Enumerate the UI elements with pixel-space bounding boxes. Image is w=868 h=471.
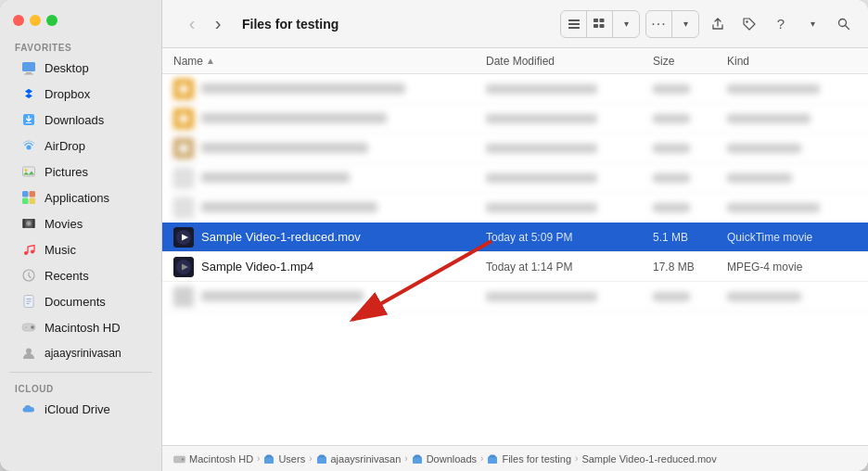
sidebar-item-music[interactable]: Music — [6, 237, 156, 261]
sidebar-item-documents-label: Documents — [45, 295, 106, 309]
svg-rect-16 — [33, 219, 35, 228]
forward-button[interactable]: › — [207, 13, 229, 35]
file-list: Sample Video-1-reduced.mov Today at 5:09… — [162, 74, 868, 445]
table-row[interactable] — [162, 104, 868, 134]
share-button[interactable] — [705, 11, 731, 37]
breadcrumb-downloads[interactable]: Downloads — [412, 453, 477, 465]
selected-file-size: 5.1 MB — [653, 231, 727, 244]
list-view-button[interactable] — [561, 11, 587, 37]
help-button[interactable]: ? — [768, 11, 794, 37]
svg-rect-35 — [599, 24, 604, 28]
view-options-chevron[interactable]: ▾ — [613, 11, 639, 37]
svg-rect-39 — [179, 114, 188, 123]
sidebar-item-macintosh-hd[interactable]: Macintosh HD — [6, 315, 156, 339]
svg-rect-0 — [22, 62, 35, 71]
desktop-icon — [20, 59, 37, 76]
svg-point-37 — [839, 19, 847, 26]
applications-icon — [20, 189, 37, 206]
search-button[interactable] — [831, 11, 857, 37]
svg-point-36 — [746, 20, 747, 22]
tag-button[interactable] — [736, 11, 762, 37]
grid-view-button[interactable] — [587, 11, 613, 37]
table-row[interactable] — [162, 282, 868, 312]
back-button[interactable]: ‹ — [181, 13, 203, 35]
breadcrumb-current-file-label: Sample Video-1-reduced.mov — [581, 453, 716, 465]
date-column-header[interactable]: Date Modified — [486, 55, 653, 68]
sidebar-item-icloud-drive-label: iCloud Drive — [45, 402, 110, 416]
breadcrumb-username-label: ajaaysrinivasan — [331, 453, 402, 465]
breadcrumb-sep-3: › — [404, 453, 407, 464]
sidebar-item-pictures[interactable]: Pictures — [6, 159, 156, 184]
traffic-lights — [13, 15, 57, 26]
svg-rect-50 — [317, 457, 326, 464]
sidebar-item-airdrop[interactable]: AirDrop — [6, 134, 156, 158]
sidebar-item-documents[interactable]: Documents — [6, 289, 156, 313]
size-column-header[interactable]: Size — [653, 55, 727, 68]
svg-rect-38 — [179, 84, 188, 94]
dropbox-icon — [20, 85, 37, 102]
selected-file-name: Sample Video-1-reduced.mov — [201, 230, 361, 244]
svg-point-14 — [28, 223, 31, 225]
column-headers: Name ▲ Date Modified Size Kind — [162, 48, 868, 74]
selected-file-date: Today at 5:09 PM — [486, 231, 653, 244]
breadcrumb-downloads-label: Downloads — [427, 453, 477, 465]
svg-point-5 — [27, 146, 32, 150]
icloud-section-label: iCloud — [0, 378, 161, 396]
sidebar-item-movies[interactable]: Movies — [6, 211, 156, 236]
sidebar-item-icloud-drive[interactable]: iCloud Drive — [6, 397, 156, 421]
close-button[interactable] — [13, 15, 24, 26]
airdrop-icon — [20, 137, 37, 154]
minimize-button[interactable] — [30, 15, 41, 26]
svg-rect-8 — [22, 191, 29, 197]
sidebar-divider — [9, 372, 152, 373]
sidebar-item-applications[interactable]: Applications — [6, 185, 156, 210]
sidebar-item-user[interactable]: ajaaysrinivasan — [6, 341, 156, 365]
breadcrumb-username[interactable]: ajaaysrinivasan — [316, 453, 402, 465]
table-row[interactable] — [162, 193, 868, 223]
svg-point-26 — [32, 326, 33, 328]
sidebar-item-dropbox[interactable]: Dropbox — [6, 82, 156, 106]
help-chevron[interactable]: ▾ — [799, 11, 825, 37]
sidebar-item-downloads[interactable]: Downloads — [6, 108, 156, 132]
view-toggle-group: ▾ — [560, 10, 640, 38]
svg-rect-10 — [22, 198, 29, 205]
downloads-icon — [20, 111, 37, 128]
mp4-file-size: 17.8 MB — [653, 261, 727, 274]
sidebar-item-macintosh-hd-label: Macintosh HD — [45, 321, 121, 335]
table-row-mp4[interactable]: Sample Video-1.mp4 Today at 1:14 PM 17.8… — [162, 252, 868, 282]
svg-point-48 — [182, 458, 184, 460]
table-row[interactable] — [162, 74, 868, 104]
statusbar: Macintosh HD › Users › ajaaysrinivasan › — [162, 445, 868, 471]
breadcrumb-files-for-testing[interactable]: Files for testing — [487, 453, 571, 465]
svg-rect-29 — [568, 19, 580, 21]
svg-rect-30 — [568, 23, 580, 25]
sidebar-item-recents-label: Recents — [45, 269, 89, 283]
name-column-header[interactable]: Name ▲ — [173, 55, 486, 68]
sidebar-item-recents[interactable]: Recents — [6, 263, 156, 287]
mp4-file-kind: MPEG-4 movie — [727, 261, 857, 274]
table-row-selected[interactable]: Sample Video-1-reduced.mov Today at 5:09… — [162, 223, 868, 252]
kind-column-header[interactable]: Kind — [727, 55, 857, 68]
breadcrumb-files-for-testing-label: Files for testing — [502, 453, 571, 465]
table-row[interactable] — [162, 134, 868, 163]
svg-rect-4 — [26, 122, 32, 123]
breadcrumb-sep-4: › — [480, 453, 483, 464]
svg-point-27 — [25, 326, 27, 328]
icloud-icon — [20, 401, 37, 417]
breadcrumb-current-file[interactable]: Sample Video-1-reduced.mov — [581, 453, 716, 465]
svg-rect-2 — [24, 74, 33, 75]
sidebar-item-movies-label: Movies — [45, 217, 83, 231]
breadcrumb-macintosh-hd[interactable]: Macintosh HD — [173, 453, 253, 465]
action-menu-button[interactable]: ··· — [646, 11, 672, 37]
table-row[interactable] — [162, 163, 868, 193]
svg-rect-11 — [30, 198, 36, 205]
sidebar-item-desktop[interactable]: Desktop — [6, 56, 156, 80]
breadcrumb-users[interactable]: Users — [263, 453, 305, 465]
mp4-file-name: Sample Video-1.mp4 — [201, 260, 313, 274]
maximize-button[interactable] — [46, 15, 57, 26]
svg-point-28 — [26, 349, 32, 354]
action-chevron[interactable]: ▾ — [672, 11, 698, 37]
pictures-icon — [20, 163, 37, 180]
svg-rect-9 — [30, 191, 36, 197]
breadcrumb-sep-2: › — [309, 453, 312, 464]
